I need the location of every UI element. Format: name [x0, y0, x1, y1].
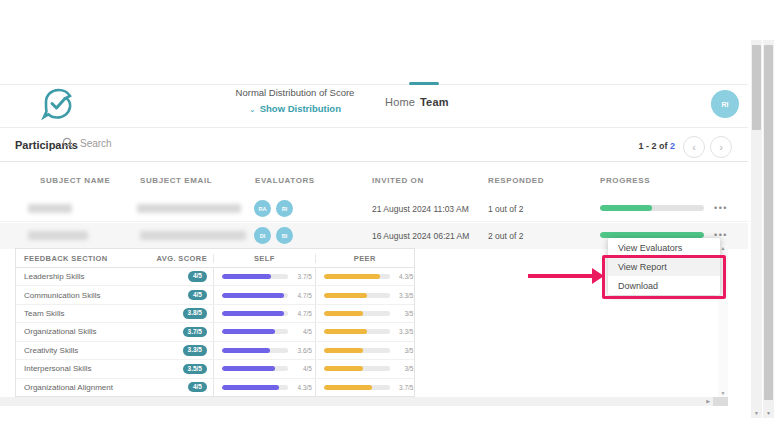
feedback-row: Leadership Skills 4/5 3.7/5 4.3/5	[16, 268, 414, 286]
peer-score-value: 3.7/5	[394, 384, 414, 391]
evaluator-avatar[interactable]: RA	[254, 200, 271, 217]
pagination-next-button[interactable]: ›	[710, 136, 732, 158]
peer-score-value: 4.3/5	[394, 273, 414, 280]
feedback-row: Interpersonal Skills 3.5/5 4/5 3/5	[16, 360, 414, 378]
self-score-value: 3.7/5	[292, 273, 312, 280]
app-logo-icon	[40, 88, 76, 120]
top-header: Home Team RI	[0, 40, 748, 85]
progress-bar	[600, 205, 704, 211]
peer-score-value: 3/5	[394, 347, 414, 354]
pagination-prev-button[interactable]: ‹	[683, 136, 705, 158]
col-progress: PROGRESS	[600, 176, 650, 185]
show-distribution-label: Show Distribution	[260, 103, 341, 114]
feedback-row: Organizational Skills 3.7/5 4/5 3.3/5	[16, 323, 414, 341]
search-input[interactable]: Search	[62, 137, 112, 149]
self-score-value: 4/5	[292, 365, 312, 372]
col-subject-email: SUBJECT EMAIL	[140, 176, 212, 185]
subject-name-redacted	[28, 231, 88, 240]
pagination-range: 1 - 2 of 2	[620, 141, 675, 151]
peer-score-bar	[324, 274, 390, 279]
chevron-right-icon: ›	[719, 141, 723, 153]
evaluator-avatar[interactable]: DI	[254, 227, 271, 244]
col-invited-on: INVITED ON	[372, 176, 424, 185]
pagination-total: 2	[670, 141, 675, 151]
invited-on-value: 21 August 2024 11:03 AM	[372, 204, 469, 214]
evaluator-avatar[interactable]: BI	[276, 227, 293, 244]
avg-score-badge: 3.8/5	[183, 308, 207, 319]
menu-item-download[interactable]: Download	[608, 276, 720, 295]
subject-email-redacted	[137, 204, 241, 213]
scroll-up-icon[interactable]: ▲	[721, 245, 726, 252]
avg-score-badge: 4/5	[188, 290, 207, 301]
self-score-value: 4/5	[292, 328, 312, 335]
show-distribution-toggle[interactable]: ⌄Show Distribution	[180, 103, 410, 114]
inner-horizontal-scrollbar[interactable]: ▶	[0, 397, 713, 406]
avg-score-badge: 4/5	[188, 271, 207, 282]
peer-score-bar	[324, 329, 390, 334]
browser-vertical-scrollbar[interactable]: ▼	[763, 40, 774, 418]
self-score-bar	[222, 293, 288, 298]
peer-score-value: 3/5	[394, 310, 414, 317]
app-window: Home Team RI Normal Distribution of Scor…	[0, 0, 776, 427]
feedback-row: Communication Skills 4/5 4.7/5 3.3/5	[16, 286, 414, 304]
feedback-section-table: FEEDBACK SECTION AVG. SCORE SELF PEER Le…	[15, 248, 415, 397]
self-score-value: 3.6/5	[292, 347, 312, 354]
peer-score-value: 3/5	[394, 365, 414, 372]
scroll-right-icon[interactable]: ▶	[706, 398, 710, 405]
row-actions-menu-button[interactable]: •••	[714, 203, 728, 213]
feedback-section-label: Interpersonal Skills	[24, 364, 92, 373]
col-evaluators: EVALUATORS	[255, 176, 315, 185]
feedback-table-header: FEEDBACK SECTION AVG. SCORE SELF PEER	[16, 249, 414, 268]
user-avatar[interactable]: RI	[711, 90, 739, 118]
menu-item-view-report[interactable]: View Report	[608, 257, 720, 276]
feedback-row: Organizational Alignment 4/5 4.3/5 3.7/5	[16, 379, 414, 396]
annotation-arrow	[528, 274, 594, 278]
self-score-bar	[222, 311, 288, 316]
feedback-section-label: Communication Skills	[24, 291, 100, 300]
annotation-arrow-head	[592, 268, 604, 284]
feedback-section-label: Creativity Skills	[24, 346, 78, 355]
search-icon	[62, 137, 74, 149]
evaluator-avatar[interactable]: RI	[276, 200, 293, 217]
progress-bar-fill	[600, 205, 652, 211]
page-vertical-scrollbar[interactable]: ▼	[751, 40, 762, 418]
scroll-down-icon[interactable]: ▼	[721, 390, 726, 397]
row-actions-context-menu: View Evaluators View Report Download	[608, 238, 720, 295]
invited-on-value: 16 August 2024 06:21 AM	[372, 231, 469, 241]
menu-item-view-evaluators[interactable]: View Evaluators	[608, 238, 720, 257]
peer-score-value: 3.3/5	[394, 292, 414, 299]
subject-name-redacted	[28, 204, 72, 213]
col-subject-name: SUBJECT NAME	[40, 176, 110, 185]
avg-score-badge: 3.3/5	[183, 345, 207, 356]
scrollbar-thumb[interactable]	[752, 45, 761, 130]
col-responded: RESPONDED	[488, 176, 544, 185]
peer-score-bar	[324, 385, 390, 390]
responded-value: 1 out of 2	[488, 204, 523, 214]
scrollbar-corner	[713, 397, 728, 406]
distribution-title: Normal Distribution of Score	[180, 87, 410, 98]
feedback-section-label: Organizational Alignment	[24, 383, 113, 392]
col-peer: PEER	[354, 254, 376, 263]
feedback-row: Creativity Skills 3.3/5 3.6/5 3/5	[16, 342, 414, 360]
peer-score-value: 3.3/5	[394, 328, 414, 335]
tab-team[interactable]: Team	[420, 96, 449, 108]
feedback-section-label: Leadership Skills	[24, 272, 84, 281]
table-row[interactable]: RA RI 21 August 2024 11:03 AM 1 out of 2…	[0, 195, 748, 222]
feedback-section-label: Team Skills	[24, 309, 64, 318]
self-score-value: 4.7/5	[292, 292, 312, 299]
col-feedback-section: FEEDBACK SECTION	[24, 254, 108, 263]
scrollbar-thumb[interactable]	[764, 45, 773, 400]
avg-score-badge: 3.7/5	[183, 327, 207, 338]
self-score-bar	[222, 385, 288, 390]
active-tab-indicator	[409, 82, 439, 85]
col-self: SELF	[254, 254, 275, 263]
search-placeholder: Search	[80, 138, 112, 149]
scroll-down-icon[interactable]: ▼	[751, 410, 762, 416]
scroll-down-icon[interactable]: ▼	[763, 410, 774, 416]
self-score-bar	[222, 366, 288, 371]
feedback-section-label: Organizational Skills	[24, 327, 96, 336]
self-score-bar	[222, 329, 288, 334]
self-score-value: 4.3/5	[292, 384, 312, 391]
self-score-value: 4.7/5	[292, 310, 312, 317]
self-score-bar	[222, 274, 288, 279]
